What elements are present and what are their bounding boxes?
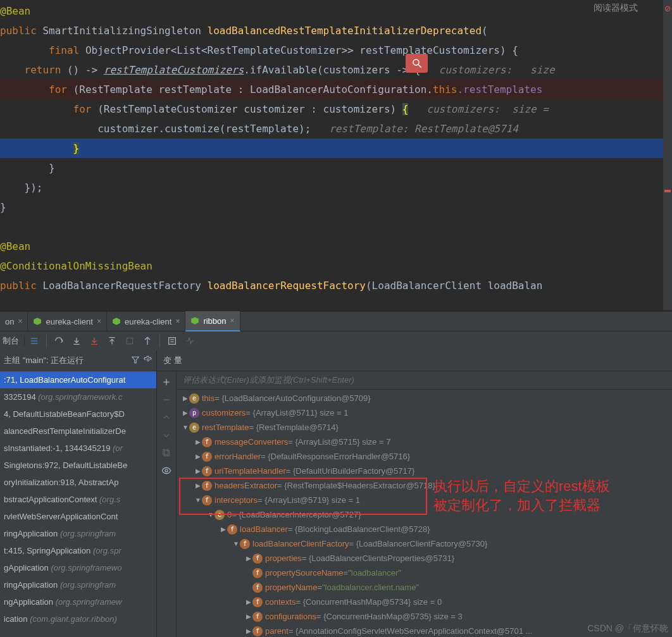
variable-node[interactable]: ▶furiTemplateHandler = {DefaultUriBuilde… [177, 464, 672, 478]
run-to-cursor-icon[interactable] [139, 333, 156, 349]
svg-point-0 [413, 59, 419, 65]
force-step-into-icon[interactable] [86, 333, 103, 349]
inline-hint: customizers: size [439, 64, 555, 76]
variables-title: 变 量 [157, 350, 672, 371]
svg-marker-19 [132, 357, 139, 362]
frame-row[interactable]: rvletWebServerApplicationCont [0, 508, 156, 525]
error-stripe[interactable]: ⊘ [663, 0, 672, 310]
variable-node[interactable]: fpropertySourceName = "loadbalancer" [177, 566, 672, 580]
variables-side-tools [157, 371, 177, 637]
annotation-bean: @Bean [0, 240, 30, 252]
watch-up-icon[interactable] [158, 409, 175, 426]
svg-marker-2 [34, 318, 42, 325]
thread-group-prefix: 主组 [4, 356, 20, 365]
frame-row[interactable]: alancedRestTemplateInitializerDe [0, 423, 156, 440]
variable-node[interactable]: ▼finterceptors = {ArrayList@5719} size =… [177, 493, 672, 507]
variable-node[interactable]: ▶fmessageConverters = {ArrayList@5715} s… [177, 435, 672, 449]
spring-boot-icon [33, 317, 42, 326]
filter-icon[interactable] [131, 356, 140, 366]
svg-line-1 [418, 65, 421, 68]
spring-boot-icon [190, 316, 199, 325]
frame-row[interactable]: ringApplication (org.springfram [0, 525, 156, 542]
copy-watch-icon[interactable] [158, 445, 175, 461]
variable-node[interactable]: ▶fcontexts = {ConcurrentHashMap@5734} si… [177, 595, 672, 609]
drop-frame-icon[interactable] [121, 333, 138, 349]
frame-row[interactable]: Singletons:972, DefaultListableBe [0, 457, 156, 474]
annotation-conditional: @ConditionalOnMissingBean [0, 260, 152, 272]
spring-boot-icon [112, 317, 121, 326]
console-tab-label[interactable]: 制台 [3, 335, 25, 347]
frame-row[interactable]: bstractApplicationContext (org.s [0, 491, 156, 508]
frame-row[interactable]: ringApplication (org.springfram [0, 576, 156, 593]
tab-ribbon[interactable]: ribbon× [185, 311, 240, 331]
tab-on[interactable]: on× [0, 312, 28, 331]
close-icon[interactable]: × [175, 317, 180, 326]
variable-node[interactable]: ▼e0 = {LoadBalancerInterceptor@5727} [177, 507, 672, 522]
evaluate-expression-input[interactable]: 评估表达式(Enter)或添加监视(Ctrl+Shift+Enter) [177, 371, 672, 390]
remove-watch-icon[interactable] [158, 392, 175, 408]
debug-toolbar: 制台 [0, 331, 672, 350]
variable-node[interactable]: ▶ferrorHandler = {DefaultResponseErrorHa… [177, 449, 672, 464]
svg-marker-4 [192, 317, 199, 325]
show-watches-icon[interactable] [158, 462, 175, 479]
error-indicator-icon: ⊘ [664, 3, 671, 15]
variable-node[interactable]: ▶fproperties = {LoadBalancerClientsPrope… [177, 551, 672, 566]
svg-point-26 [165, 469, 168, 472]
variable-node[interactable]: ▶fconfigurations = {ConcurrentHashMap@57… [177, 609, 672, 624]
code-editor[interactable]: 阅读器模式 ⊘ @Bean public SmartInitializingSi… [0, 0, 672, 311]
variables-tree[interactable]: ▶ethis = {LoadBalancerAutoConfiguration@… [177, 390, 672, 637]
trace-current-stream-chain-icon[interactable] [182, 333, 198, 349]
frame-row[interactable]: t:415, SpringApplication (org.spr [0, 542, 156, 559]
frame-row[interactable]: oryInitialization:918, AbstractAp [0, 474, 156, 491]
thread-selector[interactable]: "main": 正在运行 [23, 356, 84, 365]
new-watch-icon[interactable] [158, 374, 175, 390]
variable-node[interactable]: ▶pcustomizers = {ArrayList@5711} size = … [177, 405, 672, 420]
inline-hint: restTemplate: RestTemplate@5714 [329, 123, 518, 135]
debugger-panel: 主组 "main": 正在运行 :71, LoadBalancerAutoCon… [0, 350, 672, 637]
frames-list[interactable]: :71, LoadBalancerAutoConfigurat 3325194 … [0, 371, 156, 637]
watch-down-icon[interactable] [158, 427, 175, 443]
stack-icon[interactable] [26, 333, 42, 349]
frames-settings-icon[interactable] [144, 356, 152, 366]
evaluate-expression-icon[interactable] [164, 333, 180, 349]
variable-node[interactable]: ▶fheadersExtractor = {RestTemplate$Heade… [177, 478, 672, 493]
find-in-file-icon[interactable] [406, 54, 428, 73]
step-into-icon[interactable] [68, 333, 85, 349]
variable-node[interactable]: ▼floadBalancerClientFactory = {LoadBalan… [177, 536, 672, 551]
variables-panel: 变 量 评估表达式(Enter)或添加监视(Ctrl+Shift+Enter) … [157, 350, 672, 637]
close-icon[interactable]: × [230, 316, 235, 325]
svg-rect-16 [169, 338, 176, 345]
frame-row[interactable]: ication (com.giant.gator.ribbon) [0, 610, 156, 628]
annotation-bean: @Bean [0, 5, 30, 17]
svg-rect-24 [165, 451, 170, 456]
frame-row[interactable]: :71, LoadBalancerAutoConfigurat [0, 371, 156, 388]
inline-hint: customizers: size = [426, 103, 549, 115]
tab-eureka-client-1[interactable]: eureka-client× [28, 312, 106, 331]
close-icon[interactable]: × [18, 317, 22, 326]
run-config-tabs: on× eureka-client× eureka-client× ribbon… [0, 311, 672, 331]
frame-row[interactable]: gApplication (org.springframewo [0, 559, 156, 576]
variable-node[interactable]: fpropertyName = "loadbalancer.client.nam… [177, 580, 672, 595]
close-icon[interactable]: × [97, 317, 101, 326]
tab-eureka-client-2[interactable]: eureka-client× [107, 312, 185, 331]
step-over-icon[interactable] [51, 333, 67, 349]
frame-row[interactable]: ngApplication (org.springframew [0, 593, 156, 610]
caret-line: } [0, 139, 672, 158]
variable-node[interactable]: ▼erestTemplate = {RestTemplate@5714} [177, 420, 672, 435]
frame-row[interactable]: 4, DefaultListableBeanFactory$D [0, 405, 156, 423]
frame-row[interactable]: sInstantiated:-1, 1344345219 (or [0, 440, 156, 457]
variable-node[interactable]: ▶floadBalancer = {BlockingLoadBalancerCl… [177, 522, 672, 536]
frames-panel: 主组 "main": 正在运行 :71, LoadBalancerAutoCon… [0, 350, 157, 637]
frame-row[interactable]: 3325194 (org.springframework.c [0, 388, 156, 405]
svg-point-20 [147, 359, 149, 361]
watermark: CSDN @「何意怀晓 [587, 623, 668, 634]
svg-marker-3 [113, 318, 120, 325]
svg-rect-14 [127, 338, 132, 343]
svg-rect-25 [163, 450, 168, 455]
step-out-icon[interactable] [104, 333, 120, 349]
reader-mode-label[interactable]: 阅读器模式 [594, 3, 638, 14]
variable-node[interactable]: ▶ethis = {LoadBalancerAutoConfiguration@… [177, 391, 672, 405]
